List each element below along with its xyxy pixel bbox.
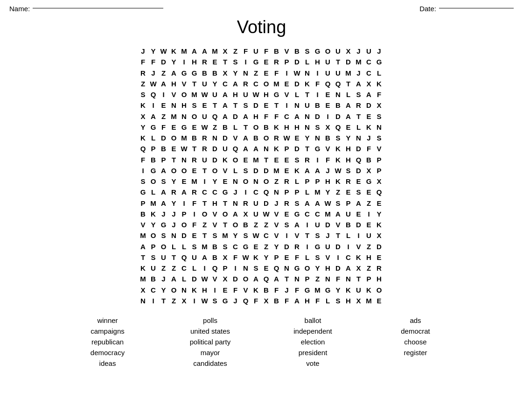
grid-cell: A [241,143,251,154]
grid-cell: F [262,111,272,122]
grid-cell: N [293,273,303,284]
grid-cell: A [313,198,323,209]
grid-cell: W [149,78,159,89]
grid-row: GLARARCCGJICQNPPLMYZESEQ [139,187,385,197]
grid-cell: V [282,46,293,56]
word-item: ads [364,316,467,324]
grid-cell: L [375,68,385,78]
grid-cell: E [159,100,169,111]
grid-cell: R [241,78,251,89]
grid-row: NITZXIWSGJQFXBFAHFLSHXME [139,295,385,306]
grid-cell: S [149,252,159,263]
grid-cell: U [344,209,354,219]
grid-cell: B [344,219,354,230]
grid-cell: H [344,295,354,306]
grid-cell: E [323,100,334,111]
grid-cell: Z [364,241,375,252]
grid-cell: E [344,122,354,133]
grid-cell: T [303,89,313,100]
grid-cell: G [313,241,323,252]
grid-cell: F [313,295,323,306]
grid-cell: B [200,68,210,78]
grid-cell: D [190,273,200,284]
grid-cell: N [241,68,251,78]
grid-row: XAZMNOUQADAHFFCANDIDATES [139,111,385,122]
grid-row: RJZAGGBBXYNZEFIWNIUUMJCL [139,68,385,78]
grid-cell: R [200,56,210,67]
grid-cell: A [303,198,313,209]
grid-cell: J [354,68,364,78]
grid-cell: P [149,143,159,154]
grid-cell: Y [210,176,221,187]
grid-cell: O [262,176,272,187]
grid-cell: E [282,165,293,176]
grid-cell: P [364,273,375,284]
grid-row: PMAYIFTHTNRUDJRSAAWSPAZE [139,198,385,209]
grid-cell: E [354,176,364,187]
grid-cell: E [354,209,364,219]
grid-row: IGAOOETOVLSDDMEKAAJWSDXP [139,165,385,176]
grid-cell: Y [139,122,149,133]
grid-cell: K [169,46,180,56]
grid-cell: W [262,209,272,219]
grid-cell: J [169,219,180,230]
grid-cell: T [231,100,241,111]
grid-cell: E [364,187,375,197]
grid-cell: W [323,198,334,209]
grid-cell: D [354,219,364,230]
grid-cell: R [282,198,293,209]
grid-cell: N [323,273,334,284]
grid-cell: I [334,252,344,263]
grid-cell: Y [323,187,334,197]
grid-cell: A [313,165,323,176]
grid-cell: D [293,56,303,67]
grid-cell: C [149,285,159,295]
grid-cell: B [262,122,272,133]
grid-cell: I [313,89,323,100]
grid-cell: P [282,56,293,67]
grid-cell: I [313,154,323,165]
word-item: ideas [56,359,159,367]
grid-cell: W [200,273,210,284]
grid-cell: F [334,273,344,284]
grid-cell: A [159,165,169,176]
grid-cell: E [190,122,200,133]
grid-cell: X [180,295,190,306]
grid-cell: Z [159,111,169,122]
grid-cell: K [375,78,385,89]
grid-cell: L [180,241,190,252]
grid-cell: P [159,154,169,165]
grid-cell: M [344,68,354,78]
grid-cell: A [334,209,344,219]
grid-cell: A [303,165,313,176]
word-list: winnerpollsballotadscampaignsunited stat… [0,316,523,367]
grid-cell: Q [210,111,221,122]
grid-cell: N [282,263,293,273]
grid-cell: S [354,187,364,197]
grid-cell: Q [334,122,344,133]
grid-cell: J [159,273,169,284]
grid-cell: Z [200,219,210,230]
grid-cell: R [272,56,282,67]
grid-cell: A [344,263,354,273]
grid-cell: Y [149,219,159,230]
grid-cell: M [180,46,190,56]
grid-cell: A [180,187,190,197]
grid-cell: N [169,230,180,241]
grid-cell: X [241,209,251,219]
grid-cell: P [303,176,313,187]
grid-cell: X [344,46,354,56]
grid-cell: S [221,241,231,252]
grid-cell: R [200,133,210,143]
grid-cell: D [364,100,375,111]
grid-cell: O [262,78,272,89]
grid-cell: U [323,241,334,252]
grid-cell: T [169,154,180,165]
grid-cell: E [251,241,262,252]
grid-cell: H [190,56,200,67]
grid-cell: Z [262,241,272,252]
grid-cell: A [190,46,200,56]
grid-cell: J [282,285,293,295]
grid-cell: K [251,285,262,295]
grid-cell: J [231,187,241,197]
